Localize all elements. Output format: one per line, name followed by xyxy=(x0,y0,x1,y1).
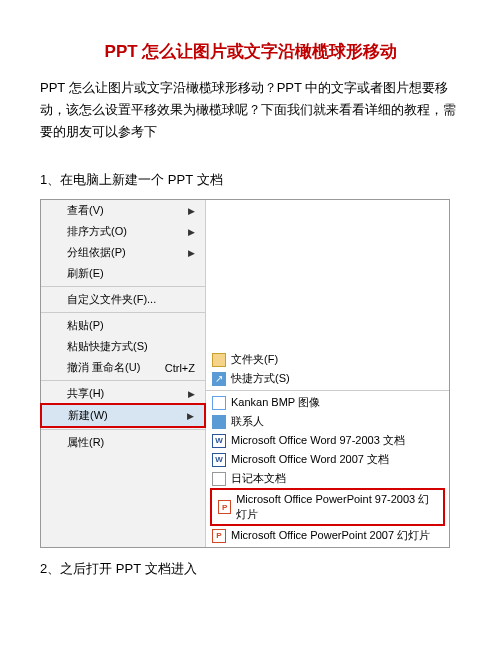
menu-refresh[interactable]: 刷新(E) xyxy=(41,263,205,284)
page-title: PPT 怎么让图片或文字沿橄榄球形移动 xyxy=(40,40,462,63)
menu-group[interactable]: 分组依据(P)▶ xyxy=(41,242,205,263)
submenu-contact[interactable]: 联系人 xyxy=(206,412,449,431)
context-menu-left: 查看(V)▶ 排序方式(O)▶ 分组依据(P)▶ 刷新(E) 自定义文件夹(F)… xyxy=(41,200,206,547)
ppt-icon: P xyxy=(218,500,231,514)
menu-paste-shortcut[interactable]: 粘贴快捷方式(S) xyxy=(41,336,205,357)
submenu-word07[interactable]: WMicrosoft Office Word 2007 文档 xyxy=(206,450,449,469)
step-2: 2、之后打开 PPT 文档进入 xyxy=(40,560,462,578)
step-1: 1、在电脑上新建一个 PPT 文档 xyxy=(40,171,462,189)
menu-undo[interactable]: 撤消 重命名(U)Ctrl+Z xyxy=(41,357,205,378)
menu-sort[interactable]: 排序方式(O)▶ xyxy=(41,221,205,242)
menu-customize[interactable]: 自定义文件夹(F)... xyxy=(41,289,205,310)
menu-share[interactable]: 共享(H)▶ xyxy=(41,383,205,404)
submenu-ppt07[interactable]: PMicrosoft Office PowerPoint 2007 幻灯片 xyxy=(206,526,449,545)
journal-icon xyxy=(212,472,226,486)
context-menu-right: 文件夹(F) ↗快捷方式(S) Kankan BMP 图像 联系人 WMicro… xyxy=(206,200,449,547)
folder-icon xyxy=(212,353,226,367)
bmp-icon xyxy=(212,396,226,410)
submenu-ppt97[interactable]: PMicrosoft Office PowerPoint 97-2003 幻灯片 xyxy=(212,490,443,524)
submenu-ppt97-highlight: PMicrosoft Office PowerPoint 97-2003 幻灯片 xyxy=(210,488,445,526)
menu-properties[interactable]: 属性(R) xyxy=(41,432,205,453)
word-icon: W xyxy=(212,434,226,448)
word-icon: W xyxy=(212,453,226,467)
menu-view[interactable]: 查看(V)▶ xyxy=(41,200,205,221)
menu-paste[interactable]: 粘贴(P) xyxy=(41,315,205,336)
ppt-icon: P xyxy=(212,529,226,543)
intro-paragraph: PPT 怎么让图片或文字沿橄榄球形移动？PPT 中的文字或者图片想要移动，该怎么… xyxy=(40,77,462,143)
menu-new[interactable]: 新建(W)▶ xyxy=(40,403,206,428)
context-menu-screenshot: 查看(V)▶ 排序方式(O)▶ 分组依据(P)▶ 刷新(E) 自定义文件夹(F)… xyxy=(40,199,450,548)
contact-icon xyxy=(212,415,226,429)
submenu-journal[interactable]: 日记本文档 xyxy=(206,469,449,488)
submenu-shortcut[interactable]: ↗快捷方式(S) xyxy=(206,369,449,388)
submenu-folder[interactable]: 文件夹(F) xyxy=(206,350,449,369)
submenu-bmp[interactable]: Kankan BMP 图像 xyxy=(206,393,449,412)
submenu-word97[interactable]: WMicrosoft Office Word 97-2003 文档 xyxy=(206,431,449,450)
shortcut-icon: ↗ xyxy=(212,372,226,386)
